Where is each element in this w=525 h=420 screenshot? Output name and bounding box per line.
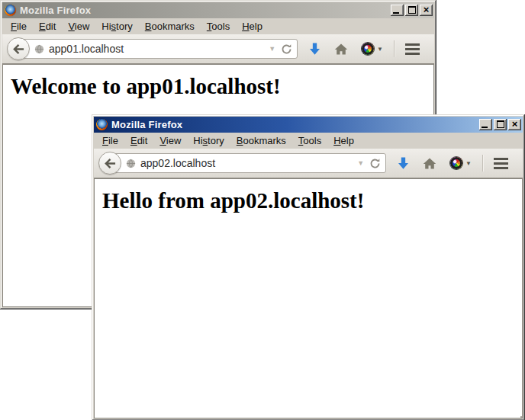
home-icon <box>334 43 348 55</box>
titlebar[interactable]: Mozilla Firefox <box>94 117 523 133</box>
download-icon <box>309 43 320 56</box>
menu-item-tools[interactable]: Tools <box>201 19 236 34</box>
download-icon <box>398 157 409 170</box>
colorwheel-menu-button[interactable]: ▼ <box>443 152 478 175</box>
globe-icon <box>126 159 136 168</box>
firefox-logo-icon <box>5 5 16 16</box>
menu-item-help[interactable]: Help <box>327 133 360 148</box>
menu-item-history[interactable]: History <box>95 19 138 34</box>
reload-icon[interactable] <box>281 43 292 55</box>
color-wheel-icon <box>362 43 374 55</box>
desktop: { "desktop": { "background": "#ffffff" }… <box>0 0 525 420</box>
colorwheel-menu-button[interactable]: ▼ <box>355 37 390 60</box>
window-controls <box>478 119 521 130</box>
firefox-logo-icon <box>96 119 108 130</box>
menu-item-help[interactable]: Help <box>236 19 269 34</box>
toolbar-buttons: ▼ <box>391 152 515 175</box>
urlbar-dropdown-icon[interactable]: ▼ <box>357 159 364 167</box>
window-controls <box>389 5 433 16</box>
window-title: Mozilla Firefox <box>20 5 389 16</box>
home-button[interactable] <box>327 37 355 60</box>
maximize-button[interactable] <box>405 5 418 16</box>
open-menu-button[interactable] <box>487 152 515 175</box>
menu-bar: FileEditViewHistoryBookmarksToolsHelp <box>2 18 434 34</box>
back-button[interactable] <box>98 152 121 175</box>
maximize-button[interactable] <box>494 119 507 130</box>
navigation-toolbar: app02.localhost ▼ ▼ <box>94 149 523 178</box>
browser-window-app02: Mozilla Firefox FileEditViewHistoryBookm… <box>92 114 525 420</box>
titlebar[interactable]: Mozilla Firefox <box>2 2 434 18</box>
back-arrow-icon <box>12 43 25 55</box>
chevron-down-icon: ▼ <box>465 160 472 167</box>
menu-item-edit[interactable]: Edit <box>33 19 62 34</box>
close-button[interactable] <box>508 119 521 130</box>
hamburger-icon <box>494 158 508 169</box>
color-wheel-icon <box>450 157 462 169</box>
home-button[interactable] <box>416 152 443 175</box>
menu-item-view[interactable]: View <box>62 19 95 34</box>
page-heading: Hello from app02.localhost! <box>102 188 522 213</box>
menu-item-history[interactable]: History <box>187 133 230 148</box>
resize-grip[interactable] <box>517 413 520 415</box>
menu-item-view[interactable]: View <box>153 133 187 148</box>
minimize-button[interactable] <box>479 119 492 130</box>
menu-item-tools[interactable]: Tools <box>292 133 327 148</box>
menu-item-file[interactable]: File <box>96 133 124 148</box>
open-menu-button[interactable] <box>398 37 427 60</box>
menu-item-file[interactable]: File <box>5 19 33 34</box>
url-text: app02.localhost <box>140 157 354 169</box>
home-icon <box>423 158 436 169</box>
url-bar[interactable]: app01.localhost ▼ <box>18 39 298 59</box>
page-heading: Welcome to app01.localhost! <box>11 74 433 99</box>
back-arrow-icon <box>104 158 117 169</box>
minimize-button[interactable] <box>391 5 404 16</box>
page-content: Hello from app02.localhost! <box>94 178 523 418</box>
urlbar-dropdown-icon[interactable]: ▼ <box>269 45 275 53</box>
download-button[interactable] <box>302 37 327 60</box>
navigation-toolbar: app01.localhost ▼ ▼ <box>2 34 434 64</box>
toolbar-separator <box>394 40 395 57</box>
window-title: Mozilla Firefox <box>111 119 478 130</box>
url-bar[interactable]: app02.localhost ▼ <box>110 153 386 173</box>
toolbar-separator <box>482 155 483 172</box>
globe-icon <box>34 44 44 54</box>
menu-item-bookmarks[interactable]: Bookmarks <box>230 133 292 148</box>
menu-bar: FileEditViewHistoryBookmarksToolsHelp <box>94 133 523 149</box>
chevron-down-icon: ▼ <box>377 46 383 53</box>
toolbar-buttons: ▼ <box>302 37 427 60</box>
url-text: app01.localhost <box>49 43 266 55</box>
hamburger-icon <box>405 43 420 55</box>
menu-item-edit[interactable]: Edit <box>124 133 153 148</box>
close-button[interactable] <box>420 5 433 16</box>
back-button[interactable] <box>7 37 30 60</box>
download-button[interactable] <box>391 152 416 175</box>
reload-icon[interactable] <box>369 158 381 169</box>
menu-item-bookmarks[interactable]: Bookmarks <box>139 19 201 34</box>
